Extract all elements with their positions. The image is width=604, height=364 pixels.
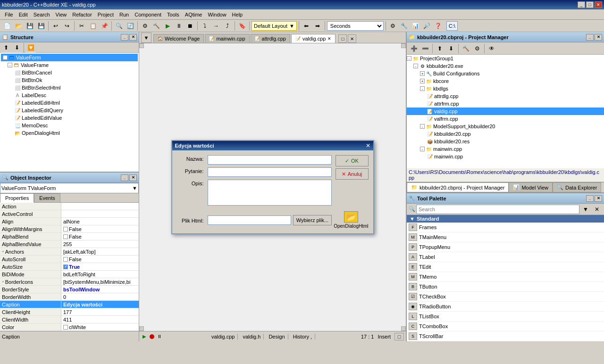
tree-node-valueform[interactable]: - 🗔 ValueForm [1,54,138,61]
tp-item-tcheckbox[interactable]: ☑ TCheckBox [407,292,604,302]
run-stop-btn[interactable] [149,333,155,340]
oi-tab-events[interactable]: Events [34,193,60,202]
oi-row-anchors[interactable]: +Anchors [akLeft,akTop] [0,248,139,256]
struct-tb-btn2[interactable]: ⬇ [12,42,22,53]
tab-mainwin[interactable]: 📝 mainwin.cpp [205,34,249,43]
oi-dropdown-icon[interactable]: ▼ [132,185,137,191]
oi-row-action[interactable]: Action [0,203,139,210]
tree-node-opendialoghtml[interactable]: 📂 OpenDialogHtml [1,129,138,137]
tree-node-labelededitquery[interactable]: 📝 LabeledEditQuery [1,107,138,114]
tp-item-tmemo[interactable]: M TMemo [407,272,604,282]
tree-node-labelededithtml[interactable]: 📝 LabeledEditHtml [1,99,138,107]
replace-button[interactable]: 🔄 [125,21,135,31]
oi-chk-ab[interactable] [63,234,68,239]
expand-ms[interactable]: - [420,124,425,129]
menu-aqtime[interactable]: AQtime [182,11,205,18]
oi-row-bidimode[interactable]: BiDiMode bdLeftToRight [0,271,139,278]
pm-node-valfrmcpp[interactable]: 📝 valfrm.cpp [407,115,604,123]
pm-node-buildconf[interactable]: + 🔧 Build Configurations [407,70,604,77]
tp-category-standard[interactable]: ▼ Standard [407,215,604,223]
tp-item-tpopupmenu[interactable]: P TPopupMenu [407,242,604,252]
oi-row-autosize[interactable]: AutoSize ✓True [0,263,139,271]
seconds-combo[interactable]: Seconds [327,21,384,31]
tp-search-options-btn[interactable]: ▼ [580,204,591,215]
oi-row-bordericons[interactable]: +BorderIcons [biSystemMenu,biMinimize,bi [0,278,139,286]
oi-chk-autoscroll[interactable] [63,257,68,262]
oi-row-borderwidth[interactable]: BorderWidth 0 [0,293,139,301]
oi-row-clientheight[interactable]: ClientHeight 177 [0,308,139,316]
pm-node-mainwincpp-file[interactable]: 📝 mainwin.cpp [407,153,604,160]
oi-minimize-btn[interactable]: _ [121,174,128,181]
copy-button[interactable]: 📋 [88,21,98,31]
expand-bi-icon[interactable]: + [2,280,4,284]
pm-options-btn[interactable]: ⚙ [472,43,482,54]
status-design[interactable]: Design [266,334,288,339]
menu-edit[interactable]: Edit [16,11,31,18]
pm-tab-projectmanager[interactable]: 📁 kbbuilder20.cbproj - Project Manager [407,182,509,192]
pm-node-valdigcpp[interactable]: 📝 valdig.cpp [407,108,604,115]
pm-node-kbb20cpp[interactable]: 📝 kbbuilder20.cpp [407,130,604,138]
tp-item-tcombobox[interactable]: C TComboBox [407,322,604,331]
menu-refactor[interactable]: Refactor [69,11,95,18]
maximize-button[interactable]: □ [586,1,594,8]
pm-node-kbdlgs[interactable]: - 📁 kbdlgs [407,85,604,92]
pm-node-attrfrmcpp[interactable]: 📝 attrfrm.cpp [407,100,604,108]
tree-node-memodesc[interactable]: 📃 MemoDesc [1,122,138,129]
expand-kbb20[interactable]: - [413,64,418,68]
search-button[interactable]: 🔍 [114,21,124,31]
structure-minimize-btn[interactable]: _ [121,34,128,41]
pm-node-modelsupport[interactable]: - 📁 ModelSupport_kbbuilder20 [407,123,604,130]
dlg-ok-btn[interactable]: ✓ OK [336,155,369,166]
tp-minimize-btn[interactable]: _ [586,195,594,202]
menu-file[interactable]: File [2,11,16,18]
minimize-button[interactable]: _ [578,1,585,8]
run-play-btn[interactable]: ▶ [141,333,148,340]
struct-tb-btn3[interactable]: 🔽 [25,42,36,53]
nav-fwd[interactable]: ➡ [312,21,323,31]
pm-down-btn[interactable]: ⬇ [446,43,456,54]
cut-button[interactable]: ✂ [76,21,87,31]
tabs-menu-btn[interactable]: ▼ [141,33,151,43]
tab-maximize-btn[interactable]: □ [338,34,347,43]
dlg-input-opis[interactable] [208,180,332,206]
view-toggle-btn[interactable]: □ [394,333,404,340]
pm-node-kbcore[interactable]: + 📁 kbcore [407,77,604,85]
struct-tb-btn1[interactable]: ⬆ [1,42,11,53]
dlg-input-pytanie[interactable] [208,167,332,177]
nav-back[interactable]: ⬅ [301,21,311,31]
menu-component[interactable]: Component [132,11,164,18]
extra-btn1[interactable]: ⚙ [388,21,398,31]
tab-attrdlg[interactable]: 📝 attrdlg.cpp [251,34,290,43]
tree-node-valueframe[interactable]: - 🗔 ValueFrame [1,61,138,69]
tree-node-labelededitvalue[interactable]: 📝 LabeledEditValue [1,114,138,122]
tab-welcome[interactable]: 🏠 Welcome Page [153,34,204,43]
tab-valdig[interactable]: 📝 valdig.cpp ✕ [291,34,336,43]
oi-row-autoscroll[interactable]: AutoScroll False [0,256,139,263]
oi-row-alphablend[interactable]: AlphaBlend False [0,233,139,240]
oi-row-clientwidth[interactable]: ClientWidth 411 [0,316,139,323]
tp-item-tlistbox[interactable]: L TListBox [407,312,604,322]
pm-node-mainwincpp-folder[interactable]: - 📁 mainwin.cpp [407,145,604,153]
dlg-input-nazwa[interactable] [208,155,332,165]
expand-anchors-icon[interactable]: + [2,249,4,254]
expand-bc[interactable]: + [420,71,425,76]
oi-close-btn[interactable]: ✕ [129,174,137,181]
save-button[interactable]: 💾 [25,21,35,31]
pm-node-attrdlgcpp[interactable]: 📝 attrdlg.cpp [407,92,604,100]
pm-view-btn[interactable]: 👁 [487,43,497,54]
close-button[interactable]: ✕ [595,1,602,8]
tp-item-frames[interactable]: F Frames [407,223,604,232]
pm-remove-btn[interactable]: ➖ [420,43,430,54]
oi-object-select[interactable]: ValueForm TValueForm ▼ [0,183,139,193]
extra-btn3[interactable]: 📊 [411,21,421,31]
pause-button[interactable]: ⏸ [174,21,184,31]
expand-mainwin[interactable]: - [420,147,425,151]
oi-row-caption[interactable]: Caption Edycja wartości [0,301,139,308]
tab-valdig-close[interactable]: ✕ [327,36,331,41]
open-dialog-icon[interactable]: 📂 OpenDialogHtml [334,211,368,229]
status-history[interactable]: History , [290,334,315,339]
oi-chk-awm[interactable] [63,227,68,232]
run-pause-btn[interactable]: ⏸ [156,333,163,340]
pm-close-btn[interactable]: ✕ [595,34,602,41]
menu-view[interactable]: View [53,11,70,18]
